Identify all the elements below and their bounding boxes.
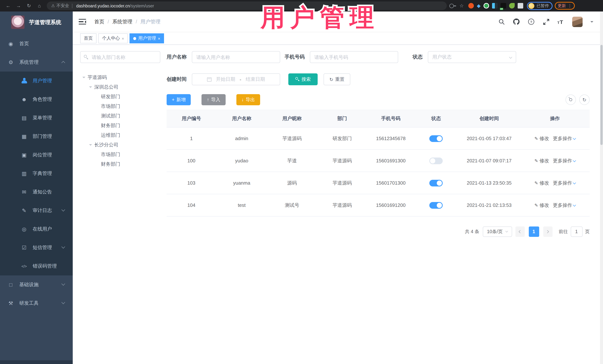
status-toggle[interactable]: [429, 202, 443, 209]
bookmark-star-icon[interactable]: ☆: [458, 3, 465, 9]
show-search-button[interactable]: [566, 95, 576, 105]
sidebar-item-sms-mgmt[interactable]: ☑ 短信管理: [0, 238, 73, 257]
fullscreen-icon[interactable]: [543, 18, 550, 25]
scrollbar-thumb[interactable]: [600, 45, 603, 145]
browser-update-button[interactable]: 更新 ⋮: [555, 2, 575, 10]
page-scrollbar[interactable]: [600, 11, 603, 364]
sidebar-item-dict-mgmt[interactable]: ▥ 字典管理: [0, 164, 73, 183]
tree-node[interactable]: 运维部门: [80, 131, 160, 140]
tree-node[interactable]: 长沙分公司: [80, 140, 160, 150]
org-tree-icon: ▦: [21, 133, 27, 139]
sidebar-item-role-mgmt[interactable]: ☻ 角色管理: [0, 90, 73, 109]
edit-link[interactable]: 修改: [540, 135, 549, 141]
font-size-icon[interactable]: T T: [557, 18, 564, 25]
sidebar-item-notice[interactable]: ✉ 通知公告: [0, 183, 73, 201]
tree-caret-icon[interactable]: [89, 86, 92, 89]
extension-squares-icon[interactable]: [492, 3, 498, 9]
tree-node[interactable]: 财务部门: [80, 159, 160, 169]
sidebar-item-dept-mgmt[interactable]: ▦ 部门管理: [0, 127, 73, 146]
app-logo-row[interactable]: 芋道管理系统: [0, 11, 73, 33]
more-actions-link[interactable]: 更多操作: [553, 158, 572, 163]
end-date-placeholder: 结束日期: [246, 76, 265, 83]
tree-node[interactable]: 财务部门: [80, 121, 160, 131]
status-select[interactable]: 用户状态: [428, 51, 516, 63]
add-button[interactable]: + 新增: [167, 94, 191, 105]
tree-caret-icon[interactable]: [89, 144, 92, 147]
tab-user-mgmt[interactable]: 用户管理 ×: [130, 33, 164, 43]
sidebar-item-audit-log[interactable]: ✎ 审计日志: [0, 201, 73, 220]
sidebar-item-home[interactable]: ◉ 首页: [0, 34, 73, 53]
sidebar-item-user-mgmt[interactable]: 用户管理: [0, 72, 73, 90]
extension-gem-icon[interactable]: ◆: [477, 3, 481, 9]
breadcrumb-home[interactable]: 首页: [94, 18, 104, 25]
sidebar-collapse-bar[interactable]: [0, 360, 73, 364]
address-bar[interactable]: ⚠ 不安全 dashboard.yudao.iocoder.cn /system…: [47, 1, 447, 10]
current-page[interactable]: 1: [529, 226, 539, 237]
sidebar-item-post-mgmt[interactable]: ▣ 岗位管理: [0, 146, 73, 164]
tab-profile[interactable]: 个人中心 ×: [98, 33, 128, 43]
prev-page-button[interactable]: [515, 226, 524, 237]
github-icon[interactable]: [513, 18, 520, 25]
next-page-button[interactable]: [543, 226, 552, 237]
sidebar-item-menu-mgmt[interactable]: ▤ 菜单管理: [0, 109, 73, 127]
page-size-select[interactable]: 10条/页: [483, 226, 512, 237]
date-range-picker[interactable]: 开始日期 - 结束日期: [192, 73, 280, 85]
tree-node[interactable]: 研发部门: [80, 92, 160, 101]
table-row: 103 yuanma 源码 芋道源码 15601701300 2021-01-1…: [167, 172, 590, 194]
tab-home[interactable]: 首页: [80, 33, 96, 43]
hamburger-icon[interactable]: [79, 19, 86, 25]
forward-icon[interactable]: →: [15, 3, 22, 9]
reload-icon[interactable]: ↻: [26, 3, 32, 9]
refresh-button[interactable]: ↻: [579, 95, 590, 105]
more-actions-link[interactable]: 更多操作: [553, 135, 572, 141]
user-avatar[interactable]: [572, 16, 583, 27]
tree-node[interactable]: 市场部门: [80, 150, 160, 159]
mobile-input[interactable]: [310, 51, 398, 63]
tree-node[interactable]: 芋道源码: [80, 73, 160, 82]
search-button[interactable]: 搜索: [288, 73, 318, 85]
sidebar-menu: ◉ 首页 ⚙ 系统管理 用户管理 ☻ 角色管理 ▤ 菜单管理: [0, 34, 73, 312]
home-icon[interactable]: ⌂: [36, 3, 43, 9]
status-toggle[interactable]: [429, 157, 443, 164]
breadcrumb-system[interactable]: 系统管理: [112, 18, 132, 25]
chevron-down-icon: [61, 282, 65, 286]
import-button[interactable]: ↑ 导入: [202, 94, 226, 105]
extension-ubuntu-icon[interactable]: [468, 3, 474, 9]
tree-node[interactable]: 市场部门: [80, 101, 160, 111]
reset-button[interactable]: ↻ 重置: [324, 73, 350, 85]
sidebar-item-infrastructure[interactable]: □ 基础设施: [0, 276, 73, 294]
extensions-puzzle-icon[interactable]: [518, 3, 523, 9]
status-toggle[interactable]: [429, 180, 443, 186]
tree-node[interactable]: 测试部门: [80, 111, 160, 121]
sidebar-item-dev-tools[interactable]: ⚒ 研发工具: [0, 294, 73, 312]
extension-leaf-icon[interactable]: [509, 3, 515, 9]
edit-link[interactable]: 修改: [540, 158, 549, 163]
tree-node[interactable]: 深圳总公司: [80, 82, 160, 92]
sidebar-item-error-code[interactable]: </> 错误码管理: [0, 257, 73, 276]
more-actions-link[interactable]: 更多操作: [553, 180, 572, 186]
password-key-icon[interactable]: [449, 3, 454, 8]
svg-text:?: ?: [530, 20, 532, 24]
tree-caret-icon[interactable]: [82, 77, 85, 80]
sidebar-item-system[interactable]: ⚙ 系统管理: [0, 53, 73, 72]
export-button[interactable]: ↓ 导出: [236, 94, 260, 105]
extension-green-icon[interactable]: [484, 3, 489, 9]
help-icon[interactable]: ?: [528, 18, 535, 25]
edit-link[interactable]: 修改: [540, 202, 549, 208]
edit-link[interactable]: 修改: [540, 180, 549, 186]
search-icon[interactable]: [498, 18, 505, 25]
jump-page-input[interactable]: [570, 226, 582, 237]
department-search-input[interactable]: [80, 51, 160, 63]
chevron-down-icon: [61, 300, 65, 304]
user-menu-caret-icon[interactable]: [590, 21, 593, 24]
status-toggle[interactable]: [429, 135, 443, 142]
extension-tabs-icon[interactable]: on: [500, 3, 506, 9]
browser-menu-icon[interactable]: ⋮: [568, 3, 572, 8]
more-actions-link[interactable]: 更多操作: [553, 202, 572, 208]
user-name-input[interactable]: [192, 51, 280, 63]
browser-profile-chip[interactable]: 已暂停: [527, 2, 553, 10]
sidebar-item-online-users[interactable]: ◎ 在线用户: [0, 220, 73, 238]
back-icon[interactable]: ←: [5, 3, 12, 9]
close-icon[interactable]: ×: [122, 36, 124, 41]
close-icon[interactable]: ×: [158, 36, 160, 41]
